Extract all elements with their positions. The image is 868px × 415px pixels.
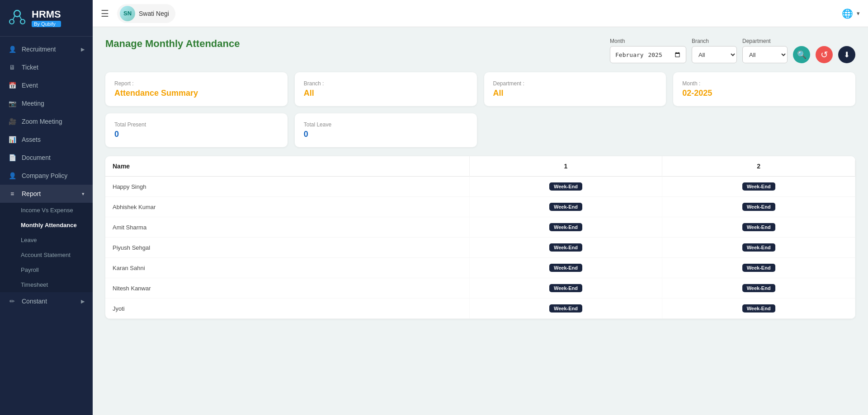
total-leave-value: 0 [304, 130, 468, 139]
department-card-value: All [493, 89, 657, 98]
table-row: Jyoti Week-End Week-End [105, 298, 855, 319]
svg-line-4 [19, 16, 22, 20]
department-filter-label: Department [742, 38, 788, 44]
subnav-payroll[interactable]: Payroll [0, 262, 93, 277]
topbar-chevron-icon[interactable]: ▾ [857, 10, 860, 17]
search-button[interactable]: 🔍 [793, 46, 810, 63]
cell-day2: Week-End [662, 278, 855, 298]
cell-name: Amit Sharma [105, 217, 469, 238]
meeting-icon: 📷 [8, 99, 16, 107]
cell-day1: Week-End [469, 258, 662, 278]
cell-name: Jyoti [105, 298, 469, 319]
meeting-label: Meeting [22, 100, 44, 107]
month-card-value: 02-2025 [682, 89, 846, 98]
globe-icon[interactable]: 🌐 [842, 8, 853, 19]
department-card-label: Department : [493, 80, 657, 87]
report-icon: ≡ [8, 190, 16, 198]
month-input[interactable] [610, 46, 686, 63]
svg-point-0 [14, 10, 20, 17]
department-filter-group: Department All [742, 38, 788, 63]
recruitment-arrow: ▶ [81, 47, 85, 52]
document-label: Document [22, 154, 51, 161]
subnav-income-vs-expense[interactable]: Income Vs Expense [0, 203, 93, 218]
cell-day2: Week-End [662, 197, 855, 217]
branch-filter-group: Branch All [692, 38, 737, 63]
report-card-value: Attendance Summary [114, 89, 278, 98]
constant-label: Constant [22, 298, 47, 305]
report-arrow: ▾ [82, 191, 85, 197]
info-cards-row: Report : Attendance Summary Branch : All… [105, 72, 855, 106]
sidebar-item-company-policy[interactable]: 👤 Company Policy [0, 167, 93, 185]
branch-card-label: Branch : [304, 80, 468, 87]
branch-select[interactable]: All [692, 46, 737, 63]
month-filter-group: Month [610, 38, 686, 63]
company-policy-icon: 👤 [8, 172, 16, 180]
recruitment-label: Recruitment [22, 46, 56, 53]
cell-name: Abhishek Kumar [105, 197, 469, 217]
zoom-icon: 🎥 [8, 117, 16, 126]
total-leave-label: Total Leave [304, 121, 468, 128]
logo-sub-label: By Qubify [32, 21, 61, 27]
cell-day2: Week-End [662, 238, 855, 258]
zoom-label: Zoom Meeting [22, 118, 62, 125]
subnav-timesheet[interactable]: Timesheet [0, 277, 93, 292]
report-card-label: Report : [114, 80, 278, 87]
cell-day2: Week-End [662, 217, 855, 238]
total-present-label: Total Present [114, 121, 278, 128]
sidebar-item-meeting[interactable]: 📷 Meeting [0, 94, 93, 112]
cell-day2: Week-End [662, 258, 855, 278]
avatar: SN [120, 6, 135, 21]
sidebar-item-zoom-meeting[interactable]: 🎥 Zoom Meeting [0, 112, 93, 131]
sidebar-item-event[interactable]: 📅 Event [0, 76, 93, 94]
logo-hrms-label: HRMS [32, 9, 61, 20]
ticket-label: Ticket [22, 64, 38, 71]
download-button[interactable]: ⬇ [838, 46, 855, 63]
table-row: Karan Sahni Week-End Week-End [105, 258, 855, 278]
month-card-label: Month : [682, 80, 846, 87]
event-label: Event [22, 82, 38, 89]
table-row: Abhishek Kumar Week-End Week-End [105, 197, 855, 217]
subnav-monthly-attendance[interactable]: Monthly Attendance [0, 218, 93, 233]
subnav-leave[interactable]: Leave [0, 233, 93, 247]
user-name: Swati Negi [139, 10, 169, 17]
sidebar-item-constant[interactable]: ✏ Constant ▶ [0, 292, 93, 310]
attendance-table: Name 1 2 Happy Singh Week-End Week-End A… [105, 156, 855, 319]
cell-name: Karan Sahni [105, 258, 469, 278]
branch-card: Branch : All [295, 72, 477, 106]
col-2: 2 [662, 156, 855, 177]
event-icon: 📅 [8, 81, 16, 89]
constant-arrow: ▶ [81, 298, 85, 304]
sidebar-item-document[interactable]: 📄 Document [0, 149, 93, 167]
sidebar: HRMS By Qubify 👤 Recruitment ▶ 🖥 Ticket … [0, 0, 93, 415]
table-row: Nitesh Kanwar Week-End Week-End [105, 278, 855, 298]
sidebar-navigation: 👤 Recruitment ▶ 🖥 Ticket 📅 Event 📷 Meeti… [0, 37, 93, 415]
svg-point-2 [20, 19, 25, 24]
table-row: Happy Singh Week-End Week-End [105, 177, 855, 197]
topbar: ☰ SN Swati Negi 🌐 ▾ [93, 0, 868, 27]
cell-name: Piyush Sehgal [105, 238, 469, 258]
subnav-account-statement[interactable]: Account Statement [0, 247, 93, 262]
department-select[interactable]: All [742, 46, 788, 63]
company-policy-label: Company Policy [22, 172, 67, 179]
topbar-right: 🌐 ▾ [842, 8, 860, 19]
hamburger-button[interactable]: ☰ [101, 8, 109, 19]
sidebar-item-recruitment[interactable]: 👤 Recruitment ▶ [0, 40, 93, 58]
sidebar-item-assets[interactable]: 📊 Assets [0, 131, 93, 149]
report-card: Report : Attendance Summary [105, 72, 288, 106]
page-title: Manage Monthly Attendance [105, 38, 240, 50]
month-card: Month : 02-2025 [673, 72, 855, 106]
svg-line-3 [13, 16, 15, 20]
cell-day1: Week-End [469, 298, 662, 319]
svg-point-1 [9, 19, 14, 24]
cell-day2: Week-End [662, 298, 855, 319]
user-chip[interactable]: SN Swati Negi [117, 4, 175, 23]
report-subnav: Income Vs Expense Monthly Attendance Lea… [0, 203, 93, 292]
reset-button[interactable]: ↺ [816, 46, 833, 63]
cell-name: Nitesh Kanwar [105, 278, 469, 298]
summary-cards-row: Total Present 0 Total Leave 0 [105, 113, 855, 147]
cell-day1: Week-End [469, 238, 662, 258]
branch-card-value: All [304, 89, 468, 98]
table-header-row: Name 1 2 [105, 156, 855, 177]
sidebar-item-report[interactable]: ≡ Report ▾ [0, 185, 93, 203]
sidebar-item-ticket[interactable]: 🖥 Ticket [0, 58, 93, 76]
